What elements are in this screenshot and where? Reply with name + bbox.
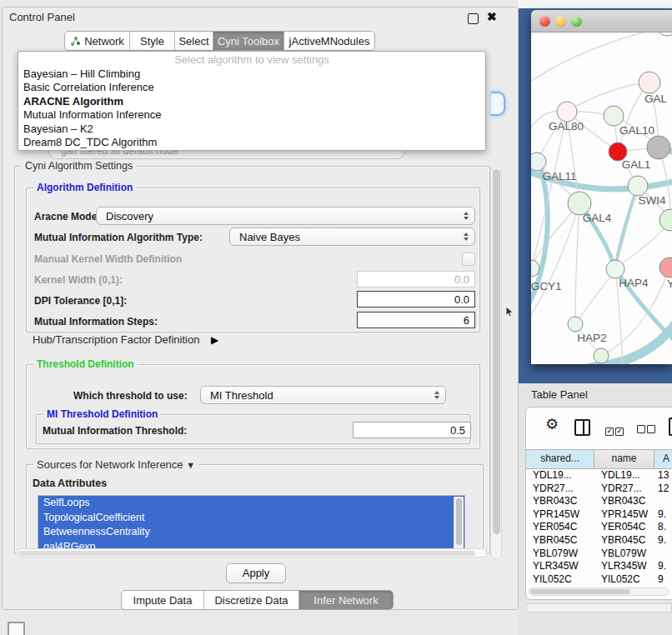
network-node[interactable] — [656, 32, 672, 36]
aracne-mode-combo[interactable]: Discovery — [96, 207, 475, 225]
tab-style[interactable]: Style — [130, 32, 175, 50]
table-cell: 9. — [654, 534, 672, 548]
table-cell: YIL052C — [526, 573, 594, 586]
table-horizontal-scrollbar[interactable] — [529, 588, 669, 596]
settings-horizontal-scrollbar-thumb[interactable] — [18, 551, 475, 556]
minimized-panel-icon[interactable] — [8, 622, 25, 635]
split-view-icon[interactable] — [574, 419, 590, 436]
network-view-window[interactable]: GALGAL80GAL10GAL1GAL11SWI4GAL4GCY1HAP4YH… — [531, 10, 672, 364]
network-window-titlebar[interactable] — [531, 10, 672, 32]
inference-algorithm-combo-partial[interactable] — [491, 92, 505, 116]
stepper-arrows-icon — [464, 232, 469, 241]
network-node-y[interactable] — [659, 258, 672, 278]
table-row[interactable]: YBL079WYBL079W — [526, 548, 672, 561]
collapsed-arrow-icon[interactable]: ▶ — [211, 334, 218, 346]
table-panel-bottom-bar[interactable] — [525, 603, 672, 612]
algorithm-option[interactable]: Bayesian – K2 — [18, 122, 485, 136]
table-cell: YBL079W — [526, 548, 594, 561]
table-row[interactable]: YDR27...YDR27...12 — [526, 482, 672, 496]
network-edge[interactable] — [531, 203, 579, 268]
gear-icon[interactable]: ⚙ — [545, 417, 559, 432]
which-threshold-value: MI Threshold — [210, 389, 273, 402]
algorithm-option[interactable]: Dream8 DC_TDC Algorithm — [18, 136, 485, 149]
deselect-all-icon[interactable] — [637, 422, 657, 437]
column-header-name[interactable]: name — [594, 450, 654, 468]
settings-horizontal-scrollbar[interactable] — [16, 548, 487, 558]
table-horizontal-scrollbar-thumb[interactable] — [530, 589, 630, 594]
network-node-hap2[interactable] — [568, 317, 583, 332]
table-toolbar: ⚙ ✓✓ — [526, 408, 672, 449]
network-canvas[interactable]: GALGAL80GAL10GAL1GAL11SWI4GAL4GCY1HAP4YH… — [531, 32, 672, 364]
manual-kernel-width-checkbox[interactable] — [462, 252, 475, 266]
data-attribute-item[interactable]: BetweennessCentrality — [38, 525, 464, 540]
table-row[interactable]: YER054CYER054C8. — [526, 521, 672, 534]
network-node-label: GCY1 — [531, 280, 561, 292]
window-close-icon[interactable] — [539, 16, 550, 27]
column-header-a[interactable]: A — [654, 450, 672, 468]
expanded-arrow-icon[interactable]: ▼ — [186, 460, 195, 470]
which-threshold-combo[interactable]: MI Threshold — [200, 386, 446, 404]
network-node[interactable] — [659, 209, 672, 231]
tab-discretize-data[interactable]: Discretize Data — [204, 591, 299, 609]
select-all-icon[interactable]: ✓✓ — [605, 422, 625, 437]
network-node-gal[interactable] — [639, 72, 660, 93]
table-cell: YDL19... — [594, 469, 654, 482]
table-row[interactable]: YPR145WYPR145W9. — [526, 508, 672, 522]
tab-network[interactable]: Network — [65, 32, 130, 50]
network-edge[interactable] — [531, 203, 579, 320]
aracne-mode-value: Discovery — [106, 210, 153, 222]
window-minimize-icon[interactable] — [555, 16, 566, 27]
table-cell: YIL052C — [594, 573, 654, 586]
table-cell: YDR27... — [594, 482, 654, 496]
apply-button[interactable]: Apply — [226, 563, 286, 583]
data-attribute-item[interactable]: TopologicalCoefficient — [38, 511, 464, 526]
mi-threshold-definition-title: MI Threshold Definition — [43, 408, 161, 420]
data-attribute-item[interactable]: SelfLoops — [38, 496, 464, 511]
window-zoom-icon[interactable] — [571, 16, 582, 27]
network-node[interactable] — [594, 348, 609, 363]
tab-impute-data[interactable]: Impute Data — [122, 591, 204, 609]
kernel-width-input[interactable] — [357, 271, 475, 288]
network-node-swi4[interactable] — [628, 176, 648, 196]
network-edge[interactable] — [531, 112, 567, 268]
kernel-width-label: Kernel Width (0,1): — [34, 274, 123, 286]
float-panel-icon[interactable] — [468, 13, 479, 24]
table-row[interactable]: YBR043CYBR043C — [526, 495, 672, 508]
close-panel-icon[interactable]: ✖ — [487, 10, 497, 23]
table-row[interactable]: YIL052CYIL052C9 — [526, 573, 672, 586]
algorithm-option[interactable]: ARACNE Algorithm — [18, 95, 485, 108]
network-node-gal11[interactable] — [531, 152, 546, 171]
column-header-shared-[interactable]: shared... — [526, 450, 594, 468]
network-node-hap4[interactable] — [606, 260, 624, 278]
network-node-gal80[interactable] — [557, 102, 577, 122]
tab-infer-network[interactable]: Infer Network — [299, 591, 393, 609]
attribute-list-scrollbar-thumb[interactable] — [456, 498, 462, 545]
tab-label: Network — [84, 35, 124, 48]
tab-select[interactable]: Select — [175, 32, 213, 50]
tab-cyni-toolbox[interactable]: Cyni Toolbox — [213, 32, 284, 50]
settings-vertical-scrollbar[interactable] — [490, 166, 502, 559]
network-node[interactable] — [647, 136, 670, 159]
tab-jactivemnodules[interactable]: jActiveMNodules — [284, 32, 374, 50]
settings-vertical-scrollbar-thumb[interactable] — [493, 169, 500, 534]
hub-transcription-factor-section[interactable]: Hub/Transcription Factor Definition ▶ — [33, 333, 218, 346]
network-node-gal10[interactable] — [604, 106, 624, 126]
new-table-icon[interactable] — [669, 418, 672, 436]
table-row[interactable]: YBR045CYBR045C9. — [526, 534, 672, 548]
mi-steps-input[interactable] — [357, 312, 475, 328]
threshold-definition-title: Threshold Definition — [33, 358, 138, 370]
attribute-list-scrollbar[interactable] — [454, 497, 464, 552]
manual-kernel-width-label: Manual Kernel Width Definition — [34, 253, 182, 265]
algorithm-option[interactable]: Mutual Information Inference — [18, 108, 485, 122]
dpi-tolerance-input[interactable] — [357, 291, 475, 308]
tab-label: Impute Data — [133, 594, 193, 607]
network-edge[interactable] — [575, 269, 615, 324]
table-row[interactable]: YLR345WYLR345W9. — [526, 560, 672, 573]
algorithm-option[interactable]: Basic Correlation Inference — [18, 81, 485, 94]
table-row[interactable]: YDL19...YDL19...13 — [526, 469, 672, 482]
mi-threshold-input[interactable] — [353, 422, 471, 438]
network-edge[interactable] — [615, 186, 638, 269]
algorithm-option[interactable]: Bayesian – Hill Climbing — [18, 68, 485, 81]
network-edge[interactable] — [575, 203, 579, 324]
mi-algorithm-type-combo[interactable]: Naive Bayes — [229, 228, 475, 246]
